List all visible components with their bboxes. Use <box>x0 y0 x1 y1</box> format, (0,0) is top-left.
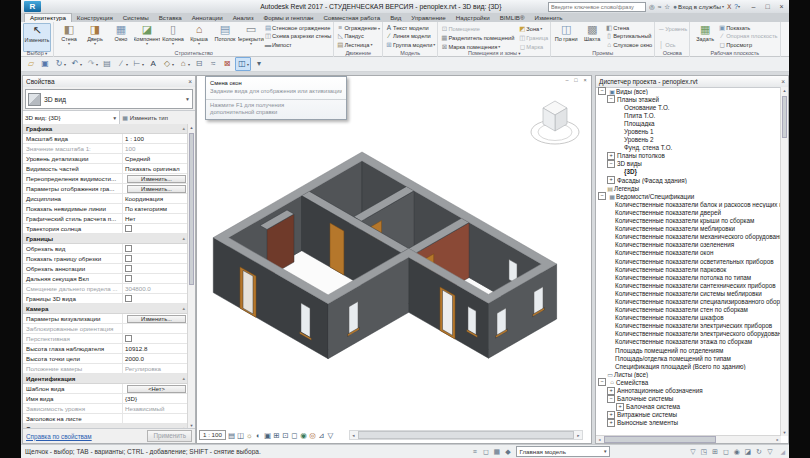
collapse-icon[interactable]: − <box>598 378 606 386</box>
tree-item[interactable]: Спецификация площадей (Всего по зданию) <box>596 362 781 370</box>
panel-caption[interactable]: Проемы <box>551 50 654 57</box>
tree-item[interactable]: Фунд. стена Т.О. <box>596 144 781 152</box>
tree-item[interactable]: +Витражные системы <box>596 411 781 419</box>
ribbon-button[interactable]: ▣Показать <box>718 24 777 32</box>
checkbox[interactable] <box>125 245 132 252</box>
close-icon[interactable]: × <box>781 78 785 85</box>
tree-item[interactable]: Количественные показатели осветительных … <box>596 257 781 265</box>
panel-caption[interactable]: Движение <box>334 50 382 57</box>
property-value[interactable]: Показать оригинал <box>123 164 188 173</box>
panel-caption[interactable]: Основа <box>655 50 689 57</box>
expand-icon[interactable]: + <box>607 411 615 419</box>
collapse-icon[interactable]: − <box>607 160 615 168</box>
tree-item[interactable]: Площадка <box>596 119 781 127</box>
active-option-icon[interactable]: ◆ <box>503 448 512 456</box>
ribbon-button[interactable]: ◫Схема разрезки стены <box>264 32 331 40</box>
tab-3[interactable]: Вставка <box>154 13 187 22</box>
tree-item[interactable]: Количественные показатели этажа по сборк… <box>596 338 781 346</box>
close-hidden-windows-button[interactable]: ⊠ <box>221 58 233 70</box>
tree-item[interactable]: Плита Т.О. <box>596 111 781 119</box>
value-button[interactable]: <Нет> <box>127 385 186 393</box>
ribbon-button[interactable]: ⌂Крыша▾ <box>186 23 212 50</box>
instance-dropdown[interactable]: 3D вид: {3D} ▼ <box>23 111 120 124</box>
ribbon-button[interactable]: ▭Перекрытие▾ <box>238 23 264 50</box>
exchange-apps-icon[interactable]: Ⅹ <box>727 3 731 11</box>
ribbon-button[interactable]: ≡Ограждение▾ <box>336 24 380 32</box>
tab-7[interactable]: Совместная работа <box>319 13 386 22</box>
minimize-icon[interactable]: – <box>747 1 760 12</box>
tab-0[interactable]: Архитектура <box>24 13 72 22</box>
value-button[interactable]: Изменить... <box>127 315 186 323</box>
ribbon-button[interactable]: ◫По грани <box>553 23 579 50</box>
property-value[interactable]: Средний <box>123 154 188 163</box>
sync-button[interactable]: ↻▾ <box>53 58 67 70</box>
scroll-right-icon[interactable]: ▸ <box>575 433 582 438</box>
panel-caption[interactable]: Модель <box>383 50 437 57</box>
tree-item[interactable]: ▭Листы (все) <box>596 370 781 378</box>
ribbon-button[interactable]: ◻Просмотр <box>718 41 777 49</box>
scroll-left-icon[interactable]: ◂ <box>350 433 357 438</box>
tree-item[interactable]: Уровень 1 <box>596 127 781 135</box>
ribbon-button[interactable]: ▦Задать <box>692 23 718 50</box>
tree-item[interactable]: Количественные показатели специализирова… <box>596 297 781 305</box>
tab-5[interactable]: Анализ <box>228 13 259 22</box>
panel-caption[interactable]: Выбор <box>21 50 53 57</box>
expand-icon[interactable]: + <box>607 152 615 160</box>
ribbon-button[interactable]: ◺Пандус <box>336 32 380 40</box>
view-close-icon[interactable]: × <box>581 77 589 83</box>
tree-item[interactable]: Количественные показатели озеленения <box>596 241 781 249</box>
view-cube[interactable] <box>525 88 585 150</box>
tree-item[interactable]: Количественные показатели потолка по тип… <box>596 273 781 281</box>
ribbon-button[interactable]: ∕Опорная плоскость <box>718 32 777 40</box>
tree-item[interactable]: −Планы этажей <box>596 95 781 103</box>
ribbon-button[interactable]: ⊡Помещение <box>440 24 514 33</box>
ribbon-button[interactable]: ◩Зона▾ <box>518 24 548 33</box>
collapse-icon[interactable]: − <box>598 192 606 200</box>
drawing-area[interactable]: –□× <box>196 75 592 444</box>
switch-windows-button[interactable]: ◫▾ <box>235 57 251 71</box>
tree-item[interactable]: −⌂Семейства <box>596 378 781 386</box>
rendering-icon[interactable]: ▣ <box>263 431 272 440</box>
tree-item[interactable]: Площадь/отделка помещений по типам <box>596 354 781 362</box>
ribbon-button[interactable]: ▤Лестница▾ <box>336 41 380 49</box>
scrollbar-thumb[interactable] <box>782 96 787 138</box>
tree-item[interactable]: Площадь помещений по отделениям <box>596 346 781 354</box>
keyword-search-input[interactable] <box>548 2 646 12</box>
ribbon-button[interactable]: ▤Потолок <box>212 23 238 50</box>
close-icon[interactable]: × <box>775 1 788 12</box>
tree-item[interactable]: Количественные показатели окон <box>596 249 781 257</box>
property-value[interactable] <box>123 414 188 423</box>
section-button[interactable]: ⊟ <box>193 58 205 70</box>
checkbox[interactable] <box>125 265 132 272</box>
tab-4[interactable]: Аннотации <box>187 13 228 22</box>
property-value[interactable]: 304800.0 <box>123 284 188 293</box>
hide-isolate-icon[interactable]: ◉ <box>299 431 308 440</box>
default-3d-view-button[interactable]: ⌂▾ <box>177 58 191 70</box>
collapse-icon[interactable]: − <box>607 395 615 403</box>
tree-item[interactable]: Количественные показатели сантехнических… <box>596 281 781 289</box>
property-value[interactable]: {3D} <box>123 394 188 403</box>
communication-center-icon[interactable]: ≈ <box>658 3 662 10</box>
print-button[interactable]: ▤ <box>101 58 113 70</box>
ribbon-button[interactable]: ▯Колонна▾ <box>160 23 186 50</box>
apply-button[interactable]: Применить <box>147 430 192 442</box>
panel-caption[interactable]: Рабочая плоскость <box>690 50 779 57</box>
scrollbar-thumb[interactable] <box>358 431 574 439</box>
collapse-icon[interactable]: − <box>598 87 606 95</box>
text-button[interactable]: A <box>147 58 159 70</box>
tree-item[interactable]: Количественные показатели электрического… <box>596 330 781 338</box>
property-value[interactable]: Координация <box>123 194 188 203</box>
tab-6[interactable]: Формы и генплан <box>259 13 319 22</box>
lock-view-icon[interactable]: ◻ <box>290 431 299 440</box>
app-menu-button[interactable]: R <box>24 1 41 12</box>
select-pinned-icon[interactable]: ◉ <box>732 448 741 456</box>
ribbon-button[interactable]: ▦Разделитель помещений <box>440 33 514 42</box>
property-value[interactable]: Регулировка <box>123 364 188 373</box>
ribbon-button[interactable]: ▯Вертикальный <box>605 32 652 40</box>
property-value[interactable] <box>123 324 188 333</box>
scrollbar-thumb[interactable] <box>604 436 716 443</box>
save-button[interactable]: ▣ <box>39 58 51 70</box>
checkbox[interactable] <box>125 225 132 232</box>
expand-icon[interactable]: + <box>607 176 615 184</box>
open-button[interactable]: ▱ <box>25 58 37 70</box>
